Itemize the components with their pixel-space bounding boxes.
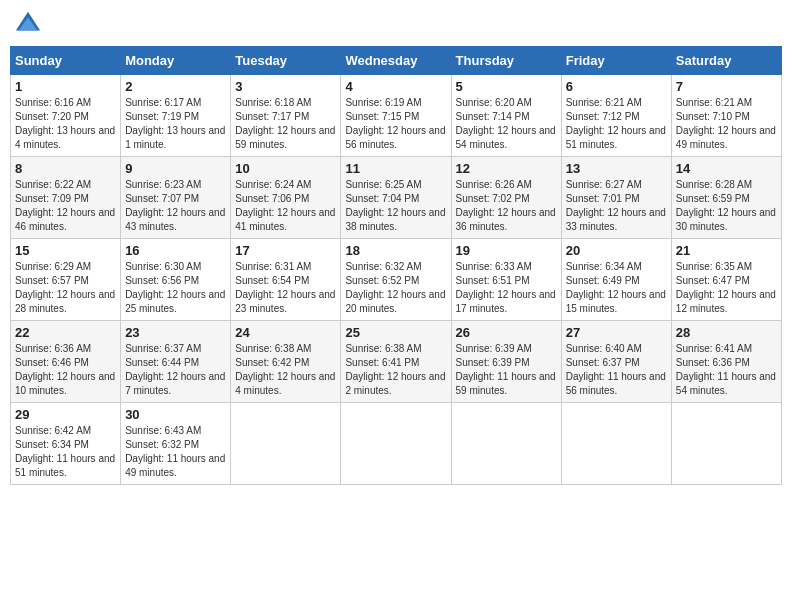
calendar-cell: 25 Sunrise: 6:38 AM Sunset: 6:41 PM Dayl…	[341, 321, 451, 403]
sunset: Sunset: 7:06 PM	[235, 193, 309, 204]
day-number: 8	[15, 161, 116, 176]
daylight: Daylight: 11 hours and 54 minutes.	[676, 371, 776, 396]
day-info: Sunrise: 6:43 AM Sunset: 6:32 PM Dayligh…	[125, 424, 226, 480]
day-number: 26	[456, 325, 557, 340]
day-number: 11	[345, 161, 446, 176]
day-info: Sunrise: 6:23 AM Sunset: 7:07 PM Dayligh…	[125, 178, 226, 234]
header-monday: Monday	[121, 47, 231, 75]
day-info: Sunrise: 6:21 AM Sunset: 7:12 PM Dayligh…	[566, 96, 667, 152]
calendar-cell: 9 Sunrise: 6:23 AM Sunset: 7:07 PM Dayli…	[121, 157, 231, 239]
sunrise: Sunrise: 6:36 AM	[15, 343, 91, 354]
sunrise: Sunrise: 6:16 AM	[15, 97, 91, 108]
day-number: 7	[676, 79, 777, 94]
day-info: Sunrise: 6:26 AM Sunset: 7:02 PM Dayligh…	[456, 178, 557, 234]
calendar-table: SundayMondayTuesdayWednesdayThursdayFrid…	[10, 46, 782, 485]
daylight: Daylight: 12 hours and 51 minutes.	[566, 125, 666, 150]
sunset: Sunset: 7:17 PM	[235, 111, 309, 122]
day-info: Sunrise: 6:27 AM Sunset: 7:01 PM Dayligh…	[566, 178, 667, 234]
daylight: Daylight: 11 hours and 51 minutes.	[15, 453, 115, 478]
sunrise: Sunrise: 6:35 AM	[676, 261, 752, 272]
sunrise: Sunrise: 6:29 AM	[15, 261, 91, 272]
day-number: 10	[235, 161, 336, 176]
header-wednesday: Wednesday	[341, 47, 451, 75]
sunset: Sunset: 6:49 PM	[566, 275, 640, 286]
daylight: Daylight: 12 hours and 46 minutes.	[15, 207, 115, 232]
sunset: Sunset: 6:57 PM	[15, 275, 89, 286]
daylight: Daylight: 12 hours and 10 minutes.	[15, 371, 115, 396]
daylight: Daylight: 12 hours and 49 minutes.	[676, 125, 776, 150]
daylight: Daylight: 12 hours and 36 minutes.	[456, 207, 556, 232]
calendar-cell: 10 Sunrise: 6:24 AM Sunset: 7:06 PM Dayl…	[231, 157, 341, 239]
day-info: Sunrise: 6:29 AM Sunset: 6:57 PM Dayligh…	[15, 260, 116, 316]
sunset: Sunset: 7:19 PM	[125, 111, 199, 122]
day-number: 2	[125, 79, 226, 94]
calendar-cell: 22 Sunrise: 6:36 AM Sunset: 6:46 PM Dayl…	[11, 321, 121, 403]
day-number: 5	[456, 79, 557, 94]
daylight: Daylight: 12 hours and 56 minutes.	[345, 125, 445, 150]
day-info: Sunrise: 6:41 AM Sunset: 6:36 PM Dayligh…	[676, 342, 777, 398]
day-info: Sunrise: 6:40 AM Sunset: 6:37 PM Dayligh…	[566, 342, 667, 398]
daylight: Daylight: 13 hours and 1 minute.	[125, 125, 225, 150]
daylight: Daylight: 11 hours and 59 minutes.	[456, 371, 556, 396]
calendar-cell: 30 Sunrise: 6:43 AM Sunset: 6:32 PM Dayl…	[121, 403, 231, 485]
sunrise: Sunrise: 6:23 AM	[125, 179, 201, 190]
calendar-cell: 19 Sunrise: 6:33 AM Sunset: 6:51 PM Dayl…	[451, 239, 561, 321]
calendar-week-3: 22 Sunrise: 6:36 AM Sunset: 6:46 PM Dayl…	[11, 321, 782, 403]
calendar-cell: 1 Sunrise: 6:16 AM Sunset: 7:20 PM Dayli…	[11, 75, 121, 157]
header-saturday: Saturday	[671, 47, 781, 75]
daylight: Daylight: 12 hours and 59 minutes.	[235, 125, 335, 150]
header-friday: Friday	[561, 47, 671, 75]
day-number: 17	[235, 243, 336, 258]
sunset: Sunset: 7:10 PM	[676, 111, 750, 122]
daylight: Daylight: 13 hours and 4 minutes.	[15, 125, 115, 150]
sunset: Sunset: 6:34 PM	[15, 439, 89, 450]
sunrise: Sunrise: 6:28 AM	[676, 179, 752, 190]
sunrise: Sunrise: 6:19 AM	[345, 97, 421, 108]
sunrise: Sunrise: 6:21 AM	[676, 97, 752, 108]
calendar-week-4: 29 Sunrise: 6:42 AM Sunset: 6:34 PM Dayl…	[11, 403, 782, 485]
daylight: Daylight: 12 hours and 15 minutes.	[566, 289, 666, 314]
calendar-cell: 13 Sunrise: 6:27 AM Sunset: 7:01 PM Dayl…	[561, 157, 671, 239]
calendar-cell	[671, 403, 781, 485]
calendar-cell: 27 Sunrise: 6:40 AM Sunset: 6:37 PM Dayl…	[561, 321, 671, 403]
day-number: 29	[15, 407, 116, 422]
logo	[14, 10, 46, 38]
day-info: Sunrise: 6:38 AM Sunset: 6:42 PM Dayligh…	[235, 342, 336, 398]
calendar-cell: 3 Sunrise: 6:18 AM Sunset: 7:17 PM Dayli…	[231, 75, 341, 157]
daylight: Daylight: 12 hours and 38 minutes.	[345, 207, 445, 232]
sunrise: Sunrise: 6:24 AM	[235, 179, 311, 190]
day-number: 27	[566, 325, 667, 340]
daylight: Daylight: 12 hours and 7 minutes.	[125, 371, 225, 396]
sunset: Sunset: 6:32 PM	[125, 439, 199, 450]
day-info: Sunrise: 6:25 AM Sunset: 7:04 PM Dayligh…	[345, 178, 446, 234]
sunset: Sunset: 7:14 PM	[456, 111, 530, 122]
daylight: Daylight: 12 hours and 30 minutes.	[676, 207, 776, 232]
day-number: 21	[676, 243, 777, 258]
day-info: Sunrise: 6:19 AM Sunset: 7:15 PM Dayligh…	[345, 96, 446, 152]
day-number: 13	[566, 161, 667, 176]
day-number: 12	[456, 161, 557, 176]
calendar-cell: 14 Sunrise: 6:28 AM Sunset: 6:59 PM Dayl…	[671, 157, 781, 239]
header-tuesday: Tuesday	[231, 47, 341, 75]
daylight: Daylight: 12 hours and 54 minutes.	[456, 125, 556, 150]
calendar-week-1: 8 Sunrise: 6:22 AM Sunset: 7:09 PM Dayli…	[11, 157, 782, 239]
sunset: Sunset: 6:46 PM	[15, 357, 89, 368]
daylight: Daylight: 11 hours and 49 minutes.	[125, 453, 225, 478]
daylight: Daylight: 12 hours and 33 minutes.	[566, 207, 666, 232]
sunrise: Sunrise: 6:37 AM	[125, 343, 201, 354]
sunrise: Sunrise: 6:26 AM	[456, 179, 532, 190]
daylight: Daylight: 12 hours and 23 minutes.	[235, 289, 335, 314]
day-info: Sunrise: 6:24 AM Sunset: 7:06 PM Dayligh…	[235, 178, 336, 234]
calendar-cell	[231, 403, 341, 485]
calendar-cell: 28 Sunrise: 6:41 AM Sunset: 6:36 PM Dayl…	[671, 321, 781, 403]
sunset: Sunset: 7:20 PM	[15, 111, 89, 122]
daylight: Daylight: 12 hours and 4 minutes.	[235, 371, 335, 396]
daylight: Daylight: 12 hours and 17 minutes.	[456, 289, 556, 314]
calendar-cell: 26 Sunrise: 6:39 AM Sunset: 6:39 PM Dayl…	[451, 321, 561, 403]
sunrise: Sunrise: 6:18 AM	[235, 97, 311, 108]
calendar-cell	[341, 403, 451, 485]
day-number: 24	[235, 325, 336, 340]
sunrise: Sunrise: 6:42 AM	[15, 425, 91, 436]
sunset: Sunset: 6:56 PM	[125, 275, 199, 286]
calendar-cell: 23 Sunrise: 6:37 AM Sunset: 6:44 PM Dayl…	[121, 321, 231, 403]
